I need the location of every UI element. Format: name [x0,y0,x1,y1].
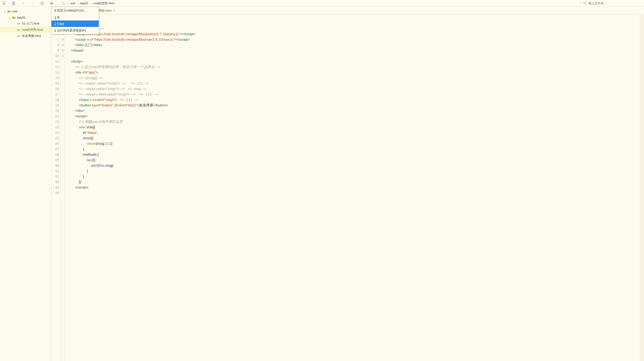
nav-back-icon[interactable] [21,1,25,5]
editor-tabs: 的优势.html×生命周期.html× [60,7,644,15]
run-icon[interactable] [50,1,54,5]
chevron-right-icon: › [77,1,78,5]
folder-icon [7,9,11,13]
tree-label: 生命周期.html [22,34,41,38]
breadcrumb-part[interactable]: vue [70,1,75,5]
menu-label: 运行到内置浏览器(P) [57,28,86,33]
accelerator: 2 [54,28,56,33]
file-search[interactable] [580,1,642,5]
menu-label: IE [57,15,60,19]
svg-point-3 [584,2,586,4]
accelerator: 0 [54,8,56,13]
chevron-down-icon: ⌄ [3,10,6,13]
html-file-icon: <> [17,34,20,38]
top-toolbar: › vue › day01 › vue的优势.html [0,0,644,7]
run-dropdown-menu: 0 自定义node运行(U)…1 IE2 Edge2 运行到内置浏览器(P) [51,7,99,34]
tree-file[interactable]: <>01-入门.html [0,20,51,27]
menu-item[interactable]: 2 运行到内置浏览器(P) [52,27,99,34]
nav-forward-icon[interactable] [30,1,35,5]
html-file-icon: <> [17,28,20,32]
html-file-icon: <> [17,22,20,25]
svg-marker-0 [40,2,44,5]
chevron-right-icon: › [90,1,91,5]
code-editor[interactable]: 3456789101112131415161718192021222324252… [51,15,644,361]
search-input[interactable] [588,1,636,5]
breadcrumb-part[interactable]: day01 [80,1,88,5]
search-icon [583,1,587,5]
chevron-down-icon: ⌄ [8,16,11,19]
minimap[interactable] [640,15,644,361]
tree-folder-root[interactable]: ⌄ vue [0,8,51,14]
svg-line-4 [585,3,586,4]
menu-label: Edge [57,22,64,25]
menu-item[interactable]: 0 自定义node运行(U)… [52,7,99,14]
star-icon[interactable] [40,1,44,5]
menu-item[interactable]: 2 Edge [52,20,99,27]
menu-label: 自定义node运行(U)… [57,8,87,13]
close-icon[interactable]: × [114,9,115,13]
accelerator: 1 [54,15,56,19]
file-explorer: ⌄ vue ⌄ day01 <>01-入门.html<>vue的优势.html<… [0,7,51,361]
sidebar-collapse-handle[interactable]: ‹ [49,184,54,193]
save-icon[interactable] [12,1,16,5]
editor-area: ‹ 0 自定义node运行(U)…1 IE2 Edge2 运行到内置浏览器(P)… [51,7,644,361]
tree-file[interactable]: <>vue的优势.html [0,27,51,33]
accelerator: 2 [54,22,56,25]
code-content[interactable]: arset="utf-8"> <!-- 1.搭建依赖 --> <script s… [65,15,640,361]
svg-marker-2 [52,2,52,4]
tree-label: vue的优势.html [22,28,43,32]
breadcrumb: › vue › day01 › vue的优势.html [60,1,574,5]
tree-file[interactable]: <>生命周期.html [0,33,51,39]
new-file-icon[interactable] [2,1,6,5]
breadcrumb-part[interactable]: vue的优势.html [93,1,114,5]
doc-icon [62,2,65,5]
menu-item[interactable]: 1 IE [52,14,99,20]
tree-folder[interactable]: ⌄ day01 [0,14,51,20]
tree-label: day01 [17,16,26,19]
folder-icon [12,15,16,19]
tree-label: 01-入门.html [22,21,39,26]
fold-gutter: ⊟⊟⊟⊟⊟⊟⊟⊟ [61,15,65,361]
chevron-right-icon: › [67,1,68,5]
toolbar-left [2,1,54,5]
tree-label: vue [12,9,18,13]
